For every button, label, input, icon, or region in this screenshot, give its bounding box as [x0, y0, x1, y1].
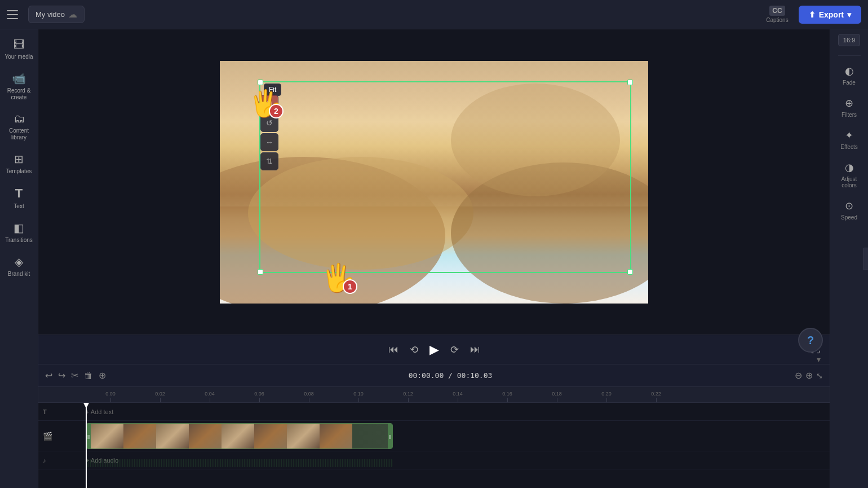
adjust-colors-icon: ◑ — [845, 161, 854, 174]
sidebar-item-brand-kit[interactable]: ◈ Brand kit — [2, 250, 36, 282]
speed-icon: ⊙ — [845, 200, 853, 212]
flip-v-button[interactable]: ⇅ — [260, 152, 278, 170]
fit-label[interactable]: Fit — [264, 83, 281, 96]
captions-label: Captions — [766, 17, 788, 23]
speed-label: Speed — [841, 214, 857, 221]
sidebar-label-brand: Brand kit — [8, 271, 30, 278]
clip-thumb-6 — [254, 424, 287, 449]
effects-icon: ✦ — [845, 129, 853, 142]
video-container[interactable]: Fit ⊡ ↺ ↔ ⇅ 🖐 2 — [220, 61, 648, 304]
crop-tool-button[interactable]: ⊡ — [260, 95, 278, 113]
ruler-tick-8: 0:08 — [284, 391, 334, 402]
flip-h-button[interactable]: ↔ — [260, 133, 278, 151]
topbar: My video ☁ CC Captions ⬆ Export ▾ — [0, 0, 868, 29]
upload-icon: ⬆ — [809, 10, 816, 19]
delete-button[interactable]: 🗑 — [84, 371, 93, 381]
clip-handle-left[interactable]: || — [86, 424, 91, 449]
content-icon: 🗂 — [14, 112, 25, 125]
record-timeline-button[interactable]: ⊕ — [99, 370, 106, 381]
fade-label: Fade — [843, 80, 856, 86]
clip-thumb-5 — [222, 424, 254, 449]
fade-icon: ◐ — [845, 65, 854, 77]
collapse-timeline-button[interactable]: ⤡ — [816, 371, 823, 380]
help-button[interactable]: ? — [798, 328, 823, 353]
clip-thumb-2 — [123, 424, 156, 449]
effects-label: Effects — [840, 144, 857, 150]
sidebar-label-templates: Templates — [6, 168, 32, 175]
preview-area: Fit ⊡ ↺ ↔ ⇅ 🖐 2 🖐 1 — [38, 29, 830, 335]
templates-icon: ⊞ — [14, 152, 24, 166]
export-label: Export — [819, 10, 844, 19]
sidebar-item-templates[interactable]: ⊞ Templates — [2, 148, 36, 179]
right-sidebar-item-fade[interactable]: ◐ Fade — [832, 60, 866, 90]
clip-thumb-7 — [287, 424, 320, 449]
flip-undo-button[interactable]: ↺ — [260, 114, 278, 132]
sidebar-item-text[interactable]: T Text — [2, 182, 36, 214]
ruler-tick-4: 0:04 — [185, 391, 234, 402]
transitions-icon: ◧ — [14, 221, 24, 235]
filters-label: Filters — [842, 112, 857, 118]
ruler-tick-20: 0:20 — [582, 391, 631, 402]
audio-track-icon: ♪ — [43, 457, 46, 464]
right-sidebar-item-adjust-colors[interactable]: ◑ Adjust colors — [832, 157, 866, 193]
timeline-toolbar: ↩ ↪ ✂ 🗑 ⊕ 00:00.00 / 00:10.03 ⊖ ⊕ ⤡ — [38, 364, 830, 387]
forward-button[interactable]: ⟳ — [450, 344, 459, 356]
undo-button[interactable]: ↩ — [45, 370, 52, 381]
skip-forward-button[interactable]: ⏭ — [470, 344, 480, 355]
add-text-button[interactable]: + Add text — [86, 408, 113, 415]
text-icon: T — [15, 186, 23, 201]
main-area: 🎞 Your media 📹 Record & create 🗂 Content… — [0, 29, 868, 488]
brand-icon: ◈ — [15, 255, 23, 269]
timeline-tracks: T + Add text 🎬 || — [38, 403, 830, 488]
rewind-button[interactable]: ⟲ — [410, 344, 418, 356]
audio-track-row: ♪ + Add audio — [38, 451, 830, 469]
video-track-label: 🎬 — [38, 432, 83, 441]
cloud-icon: ☁ — [68, 9, 77, 20]
text-track-icon: T — [43, 408, 47, 415]
text-track-row: T + Add text — [38, 403, 830, 421]
play-button[interactable]: ▶ — [429, 342, 439, 357]
audio-waveform — [86, 459, 393, 467]
right-panel-collapse-button[interactable]: ‹ — [863, 248, 868, 270]
sidebar-item-transitions[interactable]: ◧ Transitions — [2, 217, 36, 248]
video-track-content[interactable]: || — [83, 421, 830, 451]
title-text: My video — [36, 10, 65, 19]
cut-button[interactable]: ✂ — [71, 370, 78, 381]
ruler-tick-18: 0:18 — [532, 391, 582, 402]
sidebar-item-record-create[interactable]: 📹 Record & create — [2, 67, 36, 105]
zoom-out-button[interactable]: ⊖ — [795, 370, 802, 381]
aspect-ratio-button[interactable]: 16:9 — [838, 34, 860, 46]
audio-track-content: + Add audio — [83, 451, 830, 469]
sidebar-label-transitions: Transitions — [5, 237, 33, 244]
redo-button[interactable]: ↪ — [58, 370, 65, 381]
ruler-tick-0: 0:00 — [86, 391, 135, 402]
playback-controls: ⏮ ⟲ ▶ ⟳ ⏭ ⛶ — [38, 335, 830, 364]
cc-icon: CC — [769, 6, 785, 16]
export-button[interactable]: ⬆ Export ▾ — [799, 6, 861, 24]
video-title[interactable]: My video ☁ — [28, 6, 85, 23]
ruler-tick-22: 0:22 — [631, 391, 681, 402]
export-chevron-icon: ▾ — [847, 10, 851, 19]
zoom-in-button[interactable]: ⊕ — [805, 370, 813, 381]
record-icon: 📹 — [12, 72, 26, 85]
sidebar-item-your-media[interactable]: 🎞 Your media — [2, 34, 36, 65]
timeline-zoom-controls: ⊖ ⊕ ⤡ — [795, 370, 823, 381]
right-sidebar-item-filters[interactable]: ⊕ Filters — [832, 93, 866, 122]
video-track-row: 🎬 || — [38, 421, 830, 451]
playhead[interactable] — [86, 403, 87, 488]
ruler-tick-14: 0:14 — [433, 391, 482, 402]
sidebar-label-record: Record & create — [5, 87, 34, 101]
clip-thumb-3 — [156, 424, 189, 449]
sidebar-item-content-library[interactable]: 🗂 Content library — [2, 108, 36, 146]
media-icon: 🎞 — [14, 38, 25, 51]
help-chevron-icon[interactable]: ▾ — [817, 355, 821, 364]
right-sidebar-item-speed[interactable]: ⊙ Speed — [832, 195, 866, 225]
timeline-time: 00:00.00 / 00:10.03 — [112, 371, 789, 380]
clip-handle-right[interactable]: || — [388, 424, 392, 449]
skip-back-button[interactable]: ⏮ — [388, 344, 398, 355]
menu-button[interactable] — [7, 7, 23, 23]
timeline: ↩ ↪ ✂ 🗑 ⊕ 00:00.00 / 00:10.03 ⊖ ⊕ ⤡ 0:00… — [38, 364, 830, 488]
right-sidebar-item-effects[interactable]: ✦ Effects — [832, 125, 866, 155]
video-clip[interactable]: || — [86, 423, 393, 449]
captions-button[interactable]: CC Captions — [761, 6, 792, 23]
